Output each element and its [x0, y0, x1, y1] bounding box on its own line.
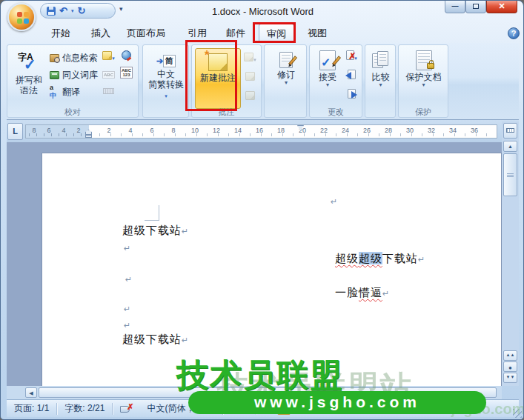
fullscreen-reading-view-button[interactable]: ▥	[291, 403, 305, 415]
previous-comment-button[interactable]	[244, 70, 256, 82]
new-comment-button[interactable]: * 新建批注	[195, 48, 241, 109]
resize-grip[interactable]	[513, 409, 522, 418]
tab-home[interactable]: 开始	[44, 24, 78, 42]
zoom-in-button[interactable]: +	[429, 404, 440, 414]
undo-icon[interactable]: ↶	[59, 6, 67, 16]
translation-screentip-icon	[102, 51, 112, 60]
save-icon[interactable]	[47, 7, 56, 16]
spelling-grammar-icon: 字A ✓	[18, 51, 40, 73]
web-layout-view-button[interactable]: ▦	[305, 403, 319, 415]
page-indicator[interactable]: 页面: 1/1	[7, 402, 56, 415]
window-controls: — ✕	[445, 1, 517, 14]
word-window: 1.docx - Microsoft Word ↶ ▾ ↻ ▾ — ✕ 开始 插…	[0, 0, 524, 420]
delete-comment-button[interactable]: ▾	[244, 51, 256, 63]
paragraph-with-selection[interactable]: 超级超级下载站↵	[335, 252, 425, 266]
print-layout-view-button[interactable]: ▤	[277, 403, 291, 415]
compare-button[interactable]: 比较 ▾	[367, 48, 394, 113]
ime-keyboard-button[interactable]	[102, 84, 115, 96]
selected-text: 超级	[359, 252, 382, 264]
track-changes-button[interactable]: 修订 ▾	[270, 48, 302, 113]
translate-icon: a中	[50, 84, 59, 101]
tab-page-layout[interactable]: 页面布局	[119, 24, 173, 42]
paragraph[interactable]: 一脸懵逼↵	[335, 286, 389, 300]
sparkle-icon: *	[205, 49, 209, 62]
group-proofing: 字A ✓ 拼写和语法 信息检索 同义词库 a中 翻译 ▾	[7, 44, 139, 118]
tab-insert[interactable]: 插入	[84, 24, 118, 42]
horizontal-scrollbar[interactable]: ◀	[7, 386, 502, 399]
empty-paragraph[interactable]: ↵	[125, 272, 132, 286]
insert-mode-indicator[interactable]: 插入	[223, 402, 256, 415]
paragraph[interactable]: 超级下载站↵	[122, 333, 188, 347]
group-label-comments: 批注	[192, 107, 261, 116]
language-tools-icon: ABC	[102, 71, 115, 79]
paragraph[interactable]: 超级下载站↵	[122, 224, 188, 238]
group-tracking: 修订 ▾	[264, 44, 307, 118]
language-indicator[interactable]: 中文(简体，中国)	[139, 402, 222, 415]
thesaurus-button[interactable]: 同义词库	[50, 68, 98, 81]
ribbon-tab-row: 开始 插入 页面布局 引用 邮件 审阅 视图 ?	[7, 21, 519, 43]
tab-view[interactable]: 视图	[300, 24, 334, 42]
left-indent-marker[interactable]	[85, 135, 92, 138]
tab-selector-button[interactable]: L	[7, 123, 23, 140]
chinese-conversion-button[interactable]: ➔简 中文简繁转换 ▾	[145, 48, 187, 113]
undo-dropdown-icon[interactable]: ▾	[71, 8, 74, 14]
empty-paragraph[interactable]: ↵	[124, 318, 130, 332]
office-button[interactable]	[7, 3, 36, 31]
set-language-icon	[122, 50, 131, 60]
empty-paragraph[interactable]: ↵	[331, 194, 337, 208]
qat-customize-icon[interactable]: ▾	[119, 5, 123, 13]
language-tools-button[interactable]: ABC	[102, 66, 115, 78]
research-button[interactable]: 信息检索	[50, 51, 98, 64]
empty-paragraph[interactable]: ↵	[124, 241, 130, 255]
ruler-toggle-button[interactable]	[503, 123, 517, 139]
quick-access-toolbar: ↶ ▾ ↻	[40, 3, 116, 19]
lock-icon	[427, 63, 434, 69]
spelling-grammar-button[interactable]: 字A ✓ 拼写和语法	[11, 48, 47, 107]
next-change-button[interactable]	[345, 88, 358, 100]
vertical-scrollbar[interactable]: ▲ ▲▲ ● ▼▼	[502, 121, 519, 386]
redo-icon[interactable]: ↻	[77, 6, 85, 16]
word-count-button[interactable]: ABC123	[120, 66, 133, 78]
set-language-button[interactable]	[120, 50, 133, 61]
select-browse-object-button[interactable]: ●	[503, 361, 517, 372]
help-icon[interactable]: ?	[508, 27, 520, 39]
next-page-button[interactable]: ▼▼	[503, 373, 517, 383]
next-comment-button[interactable]	[244, 90, 256, 101]
previous-page-button[interactable]: ▲▲	[503, 350, 517, 361]
status-bar: 页面: 1/1 字数: 2/21 ✗ 中文(简体，中国) 插入 ▤ ▥ ▦ ≣ …	[7, 399, 519, 417]
tab-references[interactable]: 引用	[180, 24, 214, 42]
restore-icon	[473, 4, 479, 9]
reject-button[interactable]: ✗▾	[345, 50, 358, 61]
previous-change-button[interactable]	[345, 69, 358, 81]
horizontal-ruler[interactable]: 8 6 4 2 2 4 6 8 10 12 14 16 18 20 22 24 …	[25, 124, 497, 139]
office-logo-icon	[17, 12, 29, 24]
compare-icon	[372, 51, 390, 70]
minimize-button[interactable]: —	[445, 1, 465, 13]
restore-button[interactable]	[465, 1, 486, 13]
document-page[interactable]: 超级下载站↵ ↵ ↵ ↵ ↵ 超级下载站↵ ↵ 超级超级下载站↵	[42, 153, 502, 387]
horizontal-scrollbar-thumb[interactable]	[39, 387, 497, 398]
tab-review[interactable]: 审阅	[259, 24, 294, 42]
empty-paragraph[interactable]: ↵	[124, 301, 130, 316]
translation-screentip-button[interactable]: ▾	[102, 50, 115, 61]
chinese-conversion-icon: ➔简	[146, 53, 186, 67]
view-switcher: ▤ ▥ ▦ ≣	[277, 403, 333, 415]
translate-button[interactable]: a中 翻译	[50, 85, 80, 99]
margin-crop-mark	[145, 205, 159, 221]
accept-button[interactable]: ✓ 接受 ▾	[312, 48, 343, 109]
word-count-indicator[interactable]: 字数: 2/21	[57, 402, 112, 415]
vertical-scrollbar-thumb[interactable]	[503, 153, 517, 196]
accept-icon: ✓	[319, 50, 336, 70]
protect-document-button[interactable]: 保护文档 ▾	[402, 48, 445, 109]
group-changes: ✓ 接受 ▾ ✗▾ 更改	[309, 44, 362, 118]
group-label-changes: 更改	[310, 107, 362, 116]
spellcheck-status-button[interactable]: ✗	[120, 404, 132, 413]
close-button[interactable]: ✕	[486, 1, 517, 13]
scroll-up-button[interactable]: ▲	[503, 141, 517, 152]
group-label-proofing: 校对	[7, 107, 138, 116]
pilcrow-mark: ↵	[331, 197, 337, 206]
tab-mailings[interactable]: 邮件	[219, 24, 253, 42]
scroll-left-button[interactable]: ◀	[25, 387, 37, 398]
outline-view-button[interactable]: ≣	[319, 403, 333, 415]
track-changes-icon	[279, 52, 293, 68]
